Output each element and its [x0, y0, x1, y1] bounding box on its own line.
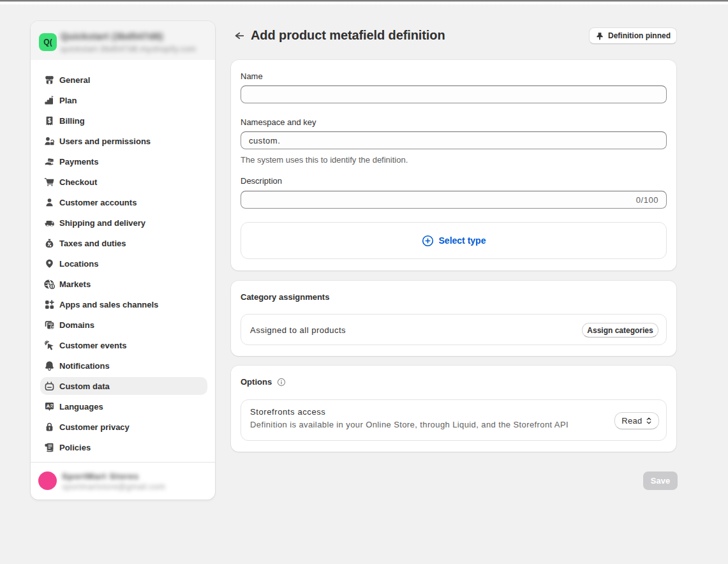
svg-text:A: A — [47, 403, 50, 408]
